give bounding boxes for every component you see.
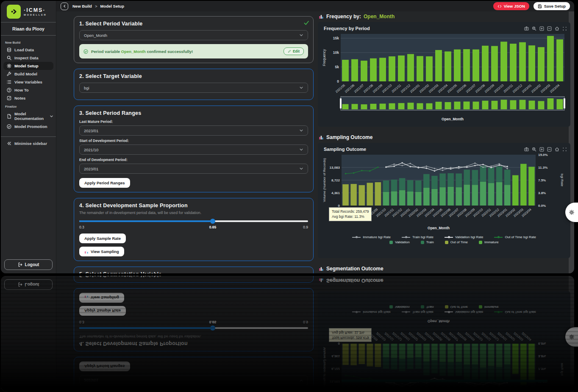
svg-text:15.0%: 15.0% <box>538 153 548 157</box>
home-icon[interactable] <box>555 147 559 152</box>
svg-text:2023/03: 2023/03 <box>540 83 551 94</box>
note-icon <box>7 96 11 100</box>
legend-item[interactable]: Out of Time <box>445 240 468 244</box>
breadcrumb: New Build > Model Setup <box>72 4 124 8</box>
legend-item[interactable]: Validation <box>389 240 410 244</box>
svg-text:2023/04: 2023/04 <box>549 83 561 94</box>
legend-item[interactable]: Train bgi Rate <box>402 235 434 239</box>
sidebar-item-load-data[interactable]: Load Data <box>3 46 53 54</box>
svg-text:0: 0 <box>337 79 339 83</box>
svg-text:5k: 5k <box>335 65 339 69</box>
home-icon[interactable] <box>555 26 559 31</box>
frequency-chart-card: Frequency by Period 05k10k15k2021/052021… <box>318 22 570 127</box>
sample-proportion-slider[interactable] <box>79 218 308 224</box>
chart-modebar <box>524 26 567 31</box>
frequency-bar-chart[interactable]: 05k10k15k2021/052021/062021/072021/08202… <box>321 32 567 125</box>
view-json-button[interactable]: View JSON <box>493 2 529 10</box>
apply-period-ranges-button[interactable]: Apply Period Ranges <box>79 178 130 188</box>
sidebar-item-inspect-data[interactable]: Inspect Data <box>3 54 53 62</box>
edit-button[interactable]: Edit <box>283 47 304 55</box>
sidebar-item-label: Build Model <box>14 72 37 76</box>
logout-button[interactable]: Logout <box>4 259 53 270</box>
last-mature-period-select[interactable]: 2023/01 <box>79 125 308 136</box>
zoom-in-icon[interactable] <box>539 147 544 152</box>
search-icon <box>7 56 11 60</box>
chart-icon <box>84 250 89 254</box>
sampling-stacked-chart[interactable]: 04,3618,72213,0830.0%3.8%7.5%11.3%15.0%2… <box>321 153 567 234</box>
sidebar-item-label: How To <box>14 88 29 92</box>
card-select-period-variable: 1. Select Period Variable Open_Month Per… <box>74 16 314 63</box>
user-name: Riaan du Plooy <box>1 22 56 35</box>
slider-labels: 0.3 0.65 0.9 <box>79 225 308 230</box>
camera-icon[interactable] <box>524 147 529 152</box>
svg-text:2022/10: 2022/10 <box>493 83 505 94</box>
autoscale-icon[interactable] <box>562 26 567 31</box>
logout-icon <box>18 262 22 267</box>
app-surface: ·ICMS· MODELLER Riaan du Plooy New Build… <box>1 1 574 273</box>
model-setup-form: 1. Select Period Variable Open_Month Per… <box>74 16 314 273</box>
screenshot-root: { "sidebar": { "logo_title": "·ICMS·", "… <box>0 0 578 392</box>
dev-end-value: 2023/01 <box>84 167 98 171</box>
zoom-out-icon[interactable] <box>547 26 552 31</box>
dev-start-select[interactable]: 2021/10 <box>79 145 308 155</box>
segmentation-header-label: Segmentation Outcome <box>326 266 383 272</box>
sidebar-item-build-model[interactable]: Build Model <box>3 70 53 78</box>
zoom-in-icon[interactable] <box>539 26 544 31</box>
svg-text:2022/09: 2022/09 <box>484 83 495 94</box>
svg-text:2022/03: 2022/03 <box>428 83 439 94</box>
period-variable-select[interactable]: Open_Month <box>79 30 308 40</box>
slider-min-label: 0.3 <box>79 225 84 229</box>
logo-title: ·ICMS· <box>24 7 47 13</box>
svg-text:2021/12: 2021/12 <box>400 83 411 94</box>
target-variable-select[interactable]: bgi <box>79 83 308 93</box>
back-button[interactable] <box>61 3 68 10</box>
target-variable-value: bgi <box>84 86 89 90</box>
camera-icon[interactable] <box>524 26 529 31</box>
list-icon <box>7 80 11 84</box>
sampling-chart-card: Sampling Outcome 04,3618,72213,0830.0%3.… <box>318 143 570 258</box>
breadcrumb-root[interactable]: New Build <box>72 4 92 8</box>
sidebar-item-model-setup[interactable]: Model Setup <box>3 62 53 70</box>
save-setup-button[interactable]: Save Setup <box>534 2 570 10</box>
sidebar-item-model-promotion[interactable]: Model Promotion <box>3 122 53 131</box>
step-complete-check-icon <box>304 19 309 27</box>
autoscale-icon[interactable] <box>562 147 567 152</box>
dev-end-label: End of Development Period: <box>79 158 308 162</box>
apply-period-ranges-label: Apply Period Ranges <box>84 181 125 185</box>
svg-text:2022/04: 2022/04 <box>437 83 449 94</box>
sidebar-item-label: Model Setup <box>14 64 38 68</box>
chevron-left-icon <box>63 4 67 8</box>
svg-text:3.8%: 3.8% <box>538 191 546 195</box>
legend-item[interactable]: Validation bgi Rate <box>445 235 484 239</box>
chart-title: Frequency by Period <box>324 26 370 31</box>
dev-end-select[interactable]: 2023/01 <box>79 164 308 174</box>
sidebar-item-notes[interactable]: Notes <box>3 94 53 102</box>
sampling-chart-legend: Immature bgi RateTrain bgi RateValidatio… <box>321 235 567 244</box>
sidebar-item-label: View Variables <box>14 80 42 84</box>
zoom-icon[interactable] <box>532 147 536 152</box>
sidebar-item-view-variables[interactable]: View Variables <box>3 78 53 86</box>
legend-item[interactable]: Train <box>421 240 434 244</box>
svg-text:4,361: 4,361 <box>331 191 340 195</box>
sidebar-item-label: Model Promotion <box>14 124 47 129</box>
zoom-out-icon[interactable] <box>547 147 552 152</box>
app-logo: ·ICMS· MODELLER <box>1 1 56 22</box>
apply-sample-rate-button[interactable]: Apply Sample Rate <box>79 234 126 243</box>
minimise-sidebar-button[interactable]: Minimise sidebar <box>1 137 56 150</box>
svg-text:2021/10: 2021/10 <box>381 83 393 94</box>
alert-text: Period variable Open_Month confirmed suc… <box>91 49 193 54</box>
sidebar-item-model-documentation[interactable]: Model Documentation <box>3 110 53 122</box>
zoom-icon[interactable] <box>532 26 536 31</box>
mini-bar-chart-icon <box>319 14 324 19</box>
sidebar-item-how-to[interactable]: How To <box>3 86 53 94</box>
card-title: 1. Select Period Variable <box>79 21 308 27</box>
document-icon <box>7 114 11 119</box>
legend-item[interactable]: Immature <box>479 240 499 244</box>
view-sampling-button[interactable]: View Sampling <box>79 247 124 256</box>
card-title: 2. Select Target Variable <box>79 73 308 79</box>
svg-text:7.5%: 7.5% <box>538 178 546 182</box>
legend-item[interactable]: Out of Time bgi Rate <box>494 235 536 239</box>
slider-knob[interactable] <box>210 219 215 224</box>
legend-item[interactable]: Immature bgi Rate <box>352 235 391 239</box>
chart-tooltip: Total Records: 259,479 Avg bgi Rate: 11.… <box>329 207 372 221</box>
